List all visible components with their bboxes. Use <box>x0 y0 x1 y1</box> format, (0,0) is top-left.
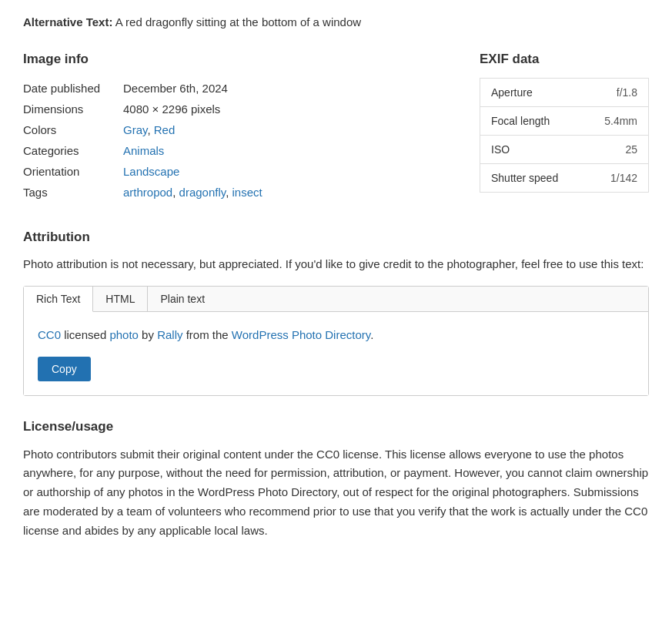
two-column-section: Image info Date published December 6th, … <box>23 52 649 203</box>
table-row: Shutter speed 1/142 <box>480 164 649 193</box>
info-label: Tags <box>23 182 123 203</box>
license-section: License/usage Photo contributors submit … <box>23 419 649 541</box>
table-row: Dimensions 4080 × 2296 pixels <box>23 99 449 119</box>
info-value: December 6th, 2024 <box>123 78 449 99</box>
image-info-heading: Image info <box>23 52 449 67</box>
attribution-section: Attribution Photo attribution is not nec… <box>23 230 649 396</box>
attribution-text-from: from the <box>186 328 232 341</box>
attribution-description: Photo attribution is not necessary, but … <box>23 256 649 273</box>
license-text: Photo contributors submit their original… <box>23 445 649 541</box>
info-value-orientation: Landscape <box>123 161 449 182</box>
alt-text-line: Alternative Text: A red dragonfly sittin… <box>23 15 649 29</box>
info-value: 4080 × 2296 pixels <box>123 99 449 119</box>
exif-value: 25 <box>584 136 649 164</box>
color-link-gray[interactable]: Gray <box>123 123 147 136</box>
attribution-tabs-container: Rich Text HTML Plain text CC0 licensed p… <box>23 286 649 396</box>
image-info-section: Image info Date published December 6th, … <box>23 52 449 203</box>
tag-link-insect[interactable]: insect <box>232 186 262 199</box>
exif-value: 1/142 <box>584 164 649 193</box>
attribution-period: . <box>370 328 373 341</box>
exif-value: f/1.8 <box>584 79 649 107</box>
info-value-tags: arthropod, dragonfly, insect <box>123 182 449 203</box>
category-link-animals[interactable]: Animals <box>123 144 164 157</box>
tabs-header: Rich Text HTML Plain text <box>24 287 648 312</box>
license-heading: License/usage <box>23 419 649 434</box>
exif-table: Aperture f/1.8 Focal length 5.4mm ISO 25… <box>480 78 649 193</box>
table-row: ISO 25 <box>480 136 649 164</box>
attribution-rich-text: CC0 licensed photo by Rally from the Wor… <box>38 326 634 344</box>
alt-text-label: Alternative Text: <box>23 15 112 29</box>
exif-label: Focal length <box>480 107 584 136</box>
photo-link[interactable]: photo <box>109 328 139 341</box>
table-row: Focal length 5.4mm <box>480 107 649 136</box>
info-label: Colors <box>23 119 123 140</box>
image-info-table: Date published December 6th, 2024 Dimens… <box>23 78 449 203</box>
tab-plain-text[interactable]: Plain text <box>148 287 217 311</box>
info-label: Dimensions <box>23 99 123 119</box>
rally-link[interactable]: Rally <box>157 328 182 341</box>
info-label: Date published <box>23 78 123 99</box>
color-link-red[interactable]: Red <box>154 123 176 136</box>
cc0-link[interactable]: CC0 <box>38 328 61 341</box>
info-value-colors: Gray, Red <box>123 119 449 140</box>
exif-label: ISO <box>480 136 584 164</box>
info-label: Categories <box>23 140 123 161</box>
copy-button[interactable]: Copy <box>38 357 91 381</box>
tag-link-arthropod[interactable]: arthropod <box>123 186 172 199</box>
table-row: Orientation Landscape <box>23 161 449 182</box>
info-value-categories: Animals <box>123 140 449 161</box>
alt-text-value: A red dragonfly sitting at the bottom of… <box>115 15 361 29</box>
tab-rich-text[interactable]: Rich Text <box>24 287 93 312</box>
table-row: Tags arthropod, dragonfly, insect <box>23 182 449 203</box>
orientation-link-landscape[interactable]: Landscape <box>123 165 179 178</box>
exif-data-section: EXIF data Aperture f/1.8 Focal length 5.… <box>480 52 649 203</box>
table-row: Aperture f/1.8 <box>480 79 649 107</box>
info-label: Orientation <box>23 161 123 182</box>
attribution-text-licensed: licensed <box>64 328 109 341</box>
exif-value: 5.4mm <box>584 107 649 136</box>
tab-html[interactable]: HTML <box>93 287 148 311</box>
tag-link-dragonfly[interactable]: dragonfly <box>179 186 226 199</box>
exif-data-heading: EXIF data <box>480 52 649 67</box>
tab-content-area: CC0 licensed photo by Rally from the Wor… <box>24 312 648 395</box>
table-row: Date published December 6th, 2024 <box>23 78 449 99</box>
attribution-text-by: by <box>142 328 157 341</box>
table-row: Categories Animals <box>23 140 449 161</box>
exif-label: Aperture <box>480 79 584 107</box>
exif-label: Shutter speed <box>480 164 584 193</box>
wp-photo-directory-link[interactable]: WordPress Photo Directory <box>232 328 370 341</box>
table-row: Colors Gray, Red <box>23 119 449 140</box>
attribution-heading: Attribution <box>23 230 649 245</box>
